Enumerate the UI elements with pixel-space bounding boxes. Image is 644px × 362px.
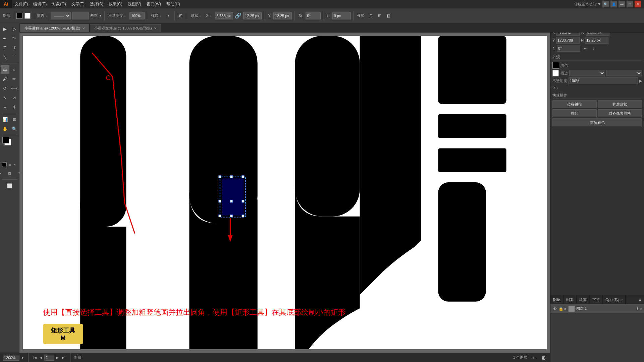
normal-mode-btn[interactable] bbox=[2, 162, 7, 167]
link-wh-icon[interactable]: 🔗 bbox=[234, 12, 242, 19]
opacity-panel-input[interactable] bbox=[569, 77, 638, 84]
column-chart-tool[interactable]: 📊 bbox=[1, 115, 9, 124]
arc-tool[interactable]: ⌒ bbox=[10, 53, 19, 61]
stroke-weight-select[interactable] bbox=[606, 70, 642, 76]
width-tool[interactable]: ⇕ bbox=[10, 103, 19, 111]
line-tool[interactable]: ╲ bbox=[1, 53, 9, 61]
none-icon[interactable]: □ bbox=[15, 169, 23, 178]
user-icon[interactable]: 👤 bbox=[610, 1, 617, 7]
tab-1-close[interactable]: ✕ bbox=[154, 26, 157, 30]
fill-icon[interactable]: ▪ bbox=[0, 169, 5, 178]
layer-visibility-icon[interactable]: 👁 bbox=[552, 306, 557, 311]
stroke-type-select[interactable] bbox=[569, 70, 605, 76]
first-page-btn[interactable]: |◀ bbox=[32, 355, 38, 360]
menu-file[interactable]: 文件(F) bbox=[12, 0, 31, 8]
tab-0-close[interactable]: ✕ bbox=[82, 26, 85, 30]
rp-rotate-input[interactable] bbox=[557, 45, 580, 52]
gradient-icon[interactable]: ▨ bbox=[5, 169, 14, 178]
h-input[interactable] bbox=[332, 12, 351, 19]
offset-path-btn[interactable]: 位移路径 bbox=[552, 100, 597, 108]
layers-tab-opentype[interactable]: OpenType bbox=[603, 295, 626, 304]
pathfinder-icon[interactable]: ◧ bbox=[385, 12, 392, 19]
w-input[interactable] bbox=[243, 12, 262, 19]
type-tool[interactable]: T bbox=[1, 43, 9, 52]
new-layer-btn[interactable]: + bbox=[530, 354, 537, 361]
illustration-canvas[interactable]: C 使用【直接选择工具】调整加粗竖笔画并拉出圆角，使用【矩形工具】在其底部绘制小… bbox=[23, 36, 547, 349]
stroke-weight-input[interactable] bbox=[72, 12, 89, 19]
layer-lock-icon[interactable]: 🔒 bbox=[558, 306, 563, 311]
menu-view[interactable]: 视图(V) bbox=[125, 0, 144, 8]
warp-tool[interactable]: ⌁ bbox=[1, 103, 9, 111]
style-icon[interactable]: ▪ bbox=[165, 12, 172, 19]
flip-h-btn[interactable]: ↔ bbox=[582, 45, 589, 52]
x-input[interactable] bbox=[215, 12, 233, 19]
gradient-mode-btn[interactable]: ▥ bbox=[7, 162, 12, 167]
rotate-icon[interactable]: ↻ bbox=[297, 12, 304, 19]
align-pixel-btn[interactable]: 对齐像素网格 bbox=[598, 109, 642, 117]
scale-tool[interactable]: ⤡ bbox=[1, 93, 9, 102]
pencil-tool[interactable]: ✏ bbox=[10, 74, 19, 83]
menu-window[interactable]: 窗口(W) bbox=[144, 0, 164, 8]
flip-v-btn[interactable]: ↕ bbox=[590, 45, 597, 52]
touch-type-tool[interactable]: 𝐓 bbox=[10, 43, 19, 52]
align-distribute-icon[interactable]: ⊞ bbox=[376, 12, 383, 19]
hand-tool[interactable]: ✋ bbox=[1, 124, 9, 133]
stroke-weight-dropdown[interactable]: 基本 ▼ bbox=[72, 12, 102, 19]
fill-color-panel[interactable] bbox=[552, 62, 559, 69]
curvature-tool[interactable]: 〜 bbox=[10, 34, 19, 43]
arrange-btn[interactable]: 排列 bbox=[552, 109, 597, 117]
minimize-btn[interactable]: — bbox=[619, 1, 625, 7]
rect-tool[interactable]: ▭ bbox=[1, 65, 9, 74]
direct-select-tool[interactable]: ▷ bbox=[10, 24, 19, 33]
menu-help[interactable]: 帮助(H) bbox=[164, 0, 183, 8]
opacity-expand-btn[interactable]: ▶ bbox=[639, 79, 642, 83]
layers-tab-pattern[interactable]: 图案 bbox=[564, 295, 577, 304]
stroke-style-select[interactable]: ——— bbox=[51, 12, 71, 19]
menu-effect[interactable]: 效果(C) bbox=[106, 0, 125, 8]
select-tool[interactable]: ▶ bbox=[1, 24, 9, 33]
layers-tab-paragraph[interactable]: 段落 bbox=[577, 295, 590, 304]
rotate-tool[interactable]: ↺ bbox=[1, 84, 9, 93]
layers-tab-layers[interactable]: 图层 bbox=[550, 295, 564, 304]
paintbrush-tool[interactable]: 🖌 bbox=[1, 74, 9, 83]
layers-panel-menu-btn[interactable]: ≡ bbox=[636, 295, 644, 304]
none-mode-btn[interactable]: ✕ bbox=[13, 162, 17, 167]
close-btn[interactable]: ✕ bbox=[635, 1, 641, 7]
stroke-color-panel[interactable] bbox=[552, 70, 559, 76]
align-icon[interactable]: ⊞ bbox=[177, 12, 184, 19]
pen-tool[interactable]: ✒ bbox=[1, 34, 9, 43]
transform-icon[interactable]: ⊡ bbox=[367, 12, 375, 19]
rotate-input[interactable] bbox=[306, 12, 321, 19]
artboard-tool[interactable]: ⬜ bbox=[5, 181, 14, 190]
rp-y-input[interactable] bbox=[556, 37, 580, 44]
zoom-input[interactable] bbox=[3, 355, 19, 361]
recolor-btn[interactable]: 重新着色 bbox=[552, 118, 642, 126]
menu-object[interactable]: 对象(O) bbox=[49, 0, 68, 8]
next-page-btn[interactable]: ▶ bbox=[55, 355, 60, 360]
reflect-tool[interactable]: ⟺ bbox=[10, 84, 19, 93]
fill-swatch[interactable] bbox=[2, 137, 9, 143]
ellipse-tool[interactable]: ○ bbox=[10, 65, 19, 74]
shear-tool[interactable]: ⊿ bbox=[10, 93, 19, 102]
layer-options-btn[interactable]: ○ bbox=[640, 307, 642, 311]
search-icon[interactable]: 🔍 bbox=[602, 1, 609, 7]
zoom-tool[interactable]: 🔍 bbox=[10, 124, 19, 133]
fill-color-swatch[interactable] bbox=[16, 13, 22, 19]
expand-shape-btn[interactable]: 扩展形状 bbox=[598, 100, 642, 108]
tab-0[interactable]: 小墨讲稿.ai @ 1200% (RGB/预览) ✕ bbox=[20, 24, 89, 32]
layer-expand-icon[interactable]: ▶ bbox=[565, 307, 567, 310]
prev-page-btn[interactable]: ◀ bbox=[38, 355, 44, 360]
opacity-input[interactable] bbox=[129, 12, 145, 19]
tab-1[interactable]: 小墨源文件.ai @ 100% (RGB/预览) ✕ bbox=[90, 24, 161, 32]
delete-layer-btn[interactable]: 🗑 bbox=[540, 354, 547, 361]
last-page-btn[interactable]: ▶| bbox=[61, 355, 66, 360]
page-input[interactable] bbox=[44, 355, 54, 361]
menu-select[interactable]: 选择(S) bbox=[87, 0, 106, 8]
menu-edit[interactable]: 编辑(E) bbox=[31, 0, 49, 8]
layers-tab-char[interactable]: 字符 bbox=[590, 295, 603, 304]
menu-text[interactable]: 文字(T) bbox=[69, 0, 87, 8]
rp-h-input[interactable] bbox=[585, 37, 608, 44]
layer-item-0[interactable]: 👁 🔒 ▶ 图层 1 1 ○ bbox=[550, 304, 644, 313]
stroke-color-swatch[interactable] bbox=[24, 13, 31, 19]
slice-tool[interactable]: ⧄ bbox=[10, 115, 19, 124]
